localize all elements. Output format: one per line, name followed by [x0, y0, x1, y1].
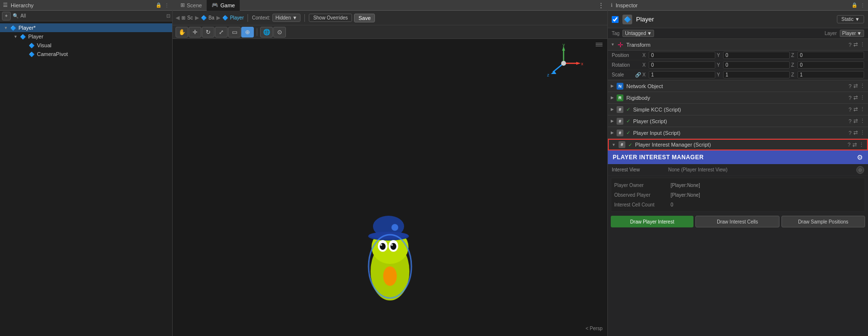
- rigidbody-header[interactable]: ▶ R Rigidbody ? ⇄ ⋮: [608, 92, 868, 104]
- pim-settings-icon[interactable]: ⚙: [857, 153, 863, 161]
- rotation-z-input[interactable]: [797, 61, 864, 69]
- position-x-input[interactable]: [649, 52, 715, 59]
- scene-menu-icon[interactable]: ⋮: [598, 1, 604, 9]
- hand-tool[interactable]: ✋: [176, 27, 188, 37]
- player-input-header[interactable]: ▶ # ✓ Player Input (Script) ? ⇄ ⋮: [608, 127, 868, 139]
- draw-player-interest-button[interactable]: Draw Player Interest: [611, 216, 693, 227]
- help-icon[interactable]: ?: [849, 107, 851, 112]
- inspector-object-row: 🔷 Player Static ▼: [608, 11, 868, 28]
- layer-dropdown[interactable]: Player ▼: [840, 30, 864, 37]
- object-name[interactable]: Player: [636, 16, 833, 23]
- help-icon[interactable]: ?: [849, 95, 851, 101]
- player-script-actions: ? ⇄ ⋮: [849, 118, 865, 124]
- settings-icon[interactable]: ⇄: [853, 41, 858, 48]
- pim-script-actions: ? ⇄ ⋮: [848, 142, 864, 148]
- help-icon[interactable]: ?: [849, 42, 851, 48]
- scale-xyz: 🔗 X Y Z: [635, 71, 864, 78]
- more-icon[interactable]: ⋮: [860, 118, 865, 124]
- breadcrumb-back[interactable]: ◀: [176, 15, 179, 21]
- scene-tab-scene[interactable]: ⊞ Scene: [176, 0, 207, 11]
- breadcrumb-player[interactable]: Player: [230, 15, 244, 20]
- transform-tool[interactable]: ⊕: [241, 27, 254, 37]
- scene-tab-label: Scene: [187, 2, 202, 8]
- scene-icon: ⊞: [180, 2, 185, 8]
- position-y-input[interactable]: [723, 52, 790, 59]
- rotation-row: Rotation X Y Z: [608, 60, 868, 70]
- rect-tool[interactable]: ▭: [228, 27, 241, 37]
- more-icon[interactable]: ⋮: [860, 94, 865, 101]
- rotate-tool[interactable]: ↻: [202, 27, 214, 37]
- move-tool[interactable]: ✛: [189, 27, 201, 37]
- save-button[interactable]: Save: [354, 14, 375, 22]
- pim-script-header[interactable]: ▼ # ✓ Player Interest Manager (Script) ?…: [608, 139, 868, 150]
- collapse-icon: ▼: [14, 35, 18, 39]
- player-owner-row: Player Owner [Player:None]: [614, 180, 862, 190]
- pivot-tool[interactable]: ⊙: [273, 27, 286, 37]
- hierarchy-lock-icon[interactable]: 🔒: [156, 2, 161, 8]
- rotation-y-input[interactable]: [723, 61, 790, 69]
- item-label: CameraPivot: [37, 51, 68, 57]
- comp-check-icon: ✓: [626, 130, 630, 135]
- static-button[interactable]: Static ▼: [837, 15, 864, 23]
- settings-icon[interactable]: ⇄: [853, 106, 858, 112]
- breadcrumb-player-icon: 🔷: [222, 15, 228, 20]
- item-label: Player*: [18, 25, 35, 31]
- game-icon: 🎮: [212, 2, 218, 8]
- scene-header: ⊞ Scene 🎮 Game ⋮: [173, 0, 607, 11]
- more-icon[interactable]: ⋮: [860, 41, 865, 48]
- hierarchy-item-player[interactable]: ▼ 🔷 Player: [0, 32, 172, 41]
- scale-x-input[interactable]: [649, 71, 715, 78]
- player-script-header[interactable]: ▶ # ✓ Player (Script) ? ⇄ ⋮: [608, 115, 868, 127]
- hierarchy-more-icon[interactable]: ⋮: [164, 2, 169, 8]
- scale-y-input[interactable]: [723, 71, 790, 78]
- network-object-label: Network Object: [626, 83, 846, 89]
- hierarchy-item-player-star[interactable]: ▼ 🔷 Player*: [0, 23, 172, 32]
- scene-viewport[interactable]: y x z: [173, 39, 607, 336]
- settings-icon[interactable]: ⇄: [853, 130, 858, 136]
- settings-icon[interactable]: ⇄: [853, 94, 858, 101]
- svg-text:y: y: [563, 44, 565, 47]
- scale-z-input[interactable]: [797, 71, 864, 78]
- more-icon[interactable]: ⋮: [860, 106, 865, 112]
- transform-header[interactable]: ▼ ✛ Transform ? ⇄ ⋮: [608, 39, 868, 51]
- inspector-lock-icon[interactable]: 🔒: [851, 2, 857, 8]
- arrow-icon: ▶: [195, 15, 199, 21]
- network-object-header[interactable]: ▶ N Network Object ? ⇄ ⋮: [608, 80, 868, 92]
- hierarchy-item-camerapivot[interactable]: ▶ 🔷 CameraPivot: [0, 50, 172, 58]
- show-overrides-button[interactable]: Show Overrides: [309, 14, 352, 22]
- help-icon[interactable]: ?: [848, 142, 850, 148]
- settings-icon[interactable]: ⇄: [853, 83, 858, 89]
- observed-player-value: [Player:None]: [671, 192, 700, 198]
- settings-icon[interactable]: ⇄: [852, 142, 857, 148]
- comp-collapse-icon: ▶: [611, 119, 614, 123]
- help-icon[interactable]: ?: [849, 83, 851, 89]
- settings-icon[interactable]: ⇄: [853, 118, 858, 124]
- breadcrumb-scene[interactable]: ⊞: [181, 15, 185, 20]
- add-button[interactable]: +: [2, 12, 11, 20]
- hierarchy-item-visual[interactable]: ▶ 🔷 Visual: [0, 41, 172, 50]
- help-icon[interactable]: ?: [849, 130, 851, 136]
- more-icon[interactable]: ⋮: [859, 142, 864, 148]
- scene-tab-game[interactable]: 🎮 Game: [207, 0, 240, 11]
- inspector-more-icon[interactable]: ⋮: [860, 2, 865, 8]
- scale-tool[interactable]: ⤢: [215, 27, 228, 37]
- hierarchy-view-btn[interactable]: ⊡: [166, 13, 170, 19]
- comp-collapse-icon: ▼: [612, 143, 616, 147]
- position-z-input[interactable]: [797, 52, 864, 59]
- draw-sample-positions-button[interactable]: Draw Sample Positions: [781, 216, 865, 227]
- network-object-actions: ? ⇄ ⋮: [849, 83, 865, 89]
- context-dropdown[interactable]: Hidden ▼: [272, 14, 301, 22]
- global-tool[interactable]: 🌐: [260, 27, 273, 37]
- help-icon[interactable]: ?: [849, 118, 851, 124]
- object-active-toggle[interactable]: [612, 16, 619, 23]
- draw-interest-cells-button[interactable]: Draw Interest Cells: [695, 216, 779, 227]
- rotation-x-input[interactable]: [649, 61, 715, 69]
- more-icon[interactable]: ⋮: [860, 83, 865, 89]
- scale-label: Scale: [612, 72, 633, 77]
- more-icon[interactable]: ⋮: [860, 130, 865, 136]
- tag-dropdown[interactable]: Untagged ▼: [622, 30, 654, 37]
- y-axis-label: Y: [717, 53, 722, 58]
- ry-axis-label: Y: [717, 62, 722, 68]
- simple-kcc-header[interactable]: ▶ # ✓ Simple KCC (Script) ? ⇄ ⋮: [608, 104, 868, 115]
- interest-view-select-btn[interactable]: ⊙: [856, 166, 864, 174]
